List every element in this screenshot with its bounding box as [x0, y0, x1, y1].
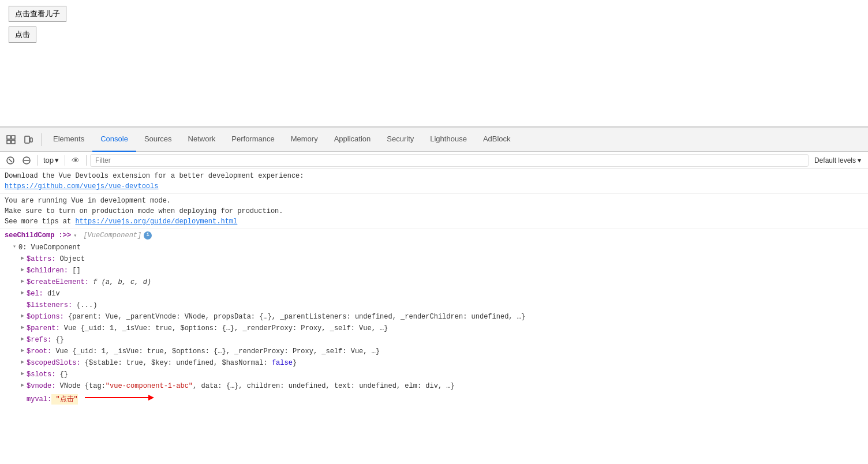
tab-elements[interactable]: Elements [45, 128, 92, 152]
obj-item-slots: ▶ $slots: {} [16, 369, 868, 380]
device-icon[interactable] [20, 132, 36, 148]
tab-adblock[interactable]: AdBlock [475, 128, 519, 152]
info-icon: i [144, 231, 152, 240]
listeners-key: $listeners: [27, 300, 72, 310]
expand-0-icon[interactable]: ▾ [13, 242, 18, 251]
refs-key: $refs: [27, 335, 51, 345]
obj-item-root: ▶ $root: Vue {_uid: 1, _isVue: true, $op… [16, 346, 868, 357]
toolbar-divider2 [65, 155, 65, 166]
block-icon[interactable] [20, 154, 33, 167]
attrs-val: Object [55, 254, 84, 264]
svg-rect-2 [7, 140, 10, 144]
children-val: [] [68, 265, 81, 276]
tab-performance[interactable]: Performance [223, 128, 282, 152]
svg-rect-3 [12, 140, 15, 144]
obj-0-text: 0: VueComponent [18, 242, 81, 253]
devtools-panel: Elements Console Sources Network Perform… [0, 127, 868, 464]
console-msg-devmode: You are running Vue in development mode.… [0, 194, 868, 229]
obj-item-myval: myval: "点击" [16, 392, 868, 407]
filter-input[interactable] [90, 154, 809, 167]
parent-val: Vue {_uid: 1, _isVue: true, $options: {…… [60, 323, 388, 334]
eye-icon[interactable]: 👁 [69, 154, 83, 167]
svg-rect-5 [30, 138, 32, 142]
expand-children-icon[interactable]: ▶ [21, 265, 27, 274]
vnode-tag-string: "vue-component-1-abc" [106, 381, 193, 391]
attrs-key: $attrs: [27, 254, 55, 264]
myval-value: "点击" [51, 394, 78, 405]
obj-item-refs: ▶ $refs: {} [16, 334, 868, 346]
toolbar-divider3 [86, 155, 87, 166]
obj-item-scopedslots: ▶ $scopedSlots: {$stable: true, $key: un… [16, 357, 868, 369]
devtools-msg-text: Download the Vue Devtools extension for … [5, 172, 304, 180]
tab-application[interactable]: Application [326, 128, 379, 152]
expand-el-icon[interactable]: ▶ [21, 289, 27, 297]
see-child-comp-line: seeChildComp :>> ▾ [VueComponent] i [0, 229, 868, 242]
tab-memory[interactable]: Memory [283, 128, 326, 152]
refs-val: {} [51, 335, 64, 345]
toolbar-divider [37, 155, 38, 166]
context-label: top [43, 156, 54, 164]
page-area: 点击查看儿子 点击 [0, 0, 868, 127]
svg-marker-11 [148, 395, 154, 401]
default-levels-dropdown[interactable]: Default levels ▾ [811, 155, 865, 166]
svg-line-7 [9, 159, 12, 162]
expand-root-icon[interactable]: ▶ [21, 346, 27, 355]
obj-item-options: ▶ $options: {parent: Vue, _parentVnode: … [16, 311, 868, 323]
prompt-label: seeChildComp :>> [5, 230, 71, 241]
myval-key: myval: [27, 394, 51, 405]
scopedslots-key: $scopedSlots: [27, 358, 81, 368]
tab-sources[interactable]: Sources [136, 128, 180, 152]
console-toolbar: top ▾ 👁 Default levels ▾ [0, 152, 868, 169]
el-val: div [43, 289, 60, 299]
devtools-tab-bar: Elements Console Sources Network Perform… [0, 128, 868, 152]
levels-arrow-icon: ▾ [858, 156, 861, 164]
devtools-link[interactable]: https://github.com/vuejs/vue-devtools [5, 182, 158, 190]
dropdown-arrow-icon: ▾ [55, 156, 59, 164]
scopedslots-val: {$stable: true, $key: undefined, $hasNor… [81, 358, 297, 368]
click-button[interactable]: 点击 [9, 27, 36, 43]
expand-scopedslots-icon[interactable]: ▶ [21, 358, 27, 366]
options-val: {parent: Vue, _parentVnode: VNode, props… [64, 312, 525, 322]
createelement-key: $createElement: [27, 277, 89, 287]
options-key: $options: [27, 312, 64, 322]
tab-security[interactable]: Security [379, 128, 422, 152]
levels-label: Default levels [814, 156, 856, 164]
vnode-key: $vnode: [27, 381, 55, 391]
inspect-icon[interactable] [3, 132, 19, 148]
expand-slots-icon[interactable]: ▶ [21, 369, 27, 378]
context-selector[interactable]: top ▾ [41, 155, 61, 166]
devmode-text2: Make sure to turn on production mode whe… [5, 207, 283, 215]
expand-refs-icon[interactable]: ▶ [21, 335, 27, 343]
createelement-val: f (a, b, c, d) [89, 277, 151, 287]
vnode-val2: , data: {…}, children: undefined, text: … [193, 381, 455, 391]
listeners-val: (...) [72, 300, 97, 310]
devmode-link[interactable]: https://vuejs.org/guide/deployment.html [75, 218, 237, 226]
expand-icon[interactable]: ▾ [73, 231, 79, 240]
clear-console-icon[interactable] [3, 154, 17, 167]
console-msg-devtools: Download the Vue Devtools extension for … [0, 169, 868, 194]
expand-createelement-icon[interactable]: ▶ [21, 277, 27, 286]
tab-lighthouse[interactable]: Lighthouse [422, 128, 475, 152]
console-output: Download the Vue Devtools extension for … [0, 169, 868, 464]
root-key: $root: [27, 346, 51, 357]
obj-item-el: ▶ $el: div [16, 288, 868, 300]
tab-console[interactable]: Console [92, 128, 136, 152]
tab-network[interactable]: Network [180, 128, 224, 152]
see-child-button[interactable]: 点击查看儿子 [9, 6, 66, 22]
expand-options-icon[interactable]: ▶ [21, 312, 27, 320]
children-key: $children: [27, 265, 68, 276]
svg-rect-1 [12, 136, 15, 139]
svg-rect-0 [7, 136, 10, 139]
expand-vnode-icon[interactable]: ▶ [21, 381, 27, 390]
root-val: Vue {_uid: 1, _isVue: true, $options: {…… [51, 346, 380, 357]
devmode-text1: You are running Vue in development mode. [5, 197, 171, 205]
expand-attrs-icon[interactable]: ▶ [21, 254, 27, 263]
obj-item-parent: ▶ $parent: Vue {_uid: 1, _isVue: true, $… [16, 323, 868, 334]
vnode-val: VNode {tag: [55, 381, 105, 391]
tab-divider [41, 133, 42, 146]
obj-item-attrs: ▶ $attrs: Object [16, 253, 868, 265]
vue-component-type: [VueComponent] [79, 230, 141, 241]
expand-parent-icon[interactable]: ▶ [21, 323, 27, 332]
parent-key: $parent: [27, 323, 60, 334]
svg-rect-4 [25, 136, 29, 143]
